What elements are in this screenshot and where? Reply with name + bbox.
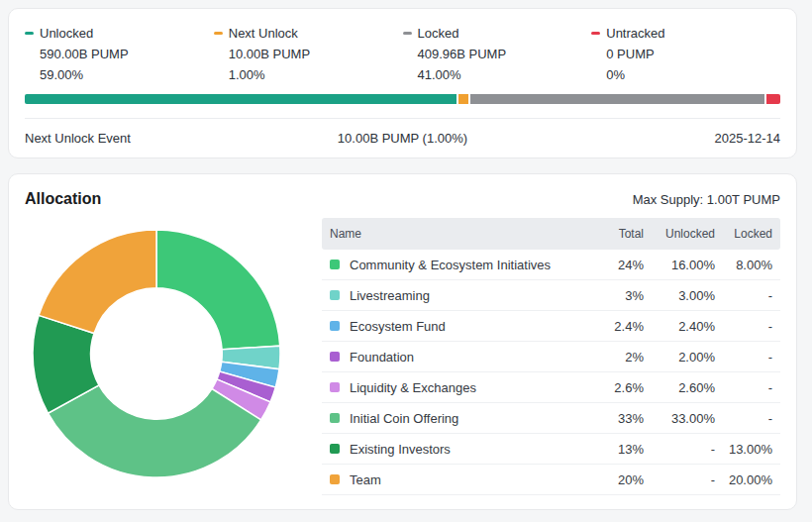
header-name: Name [322, 227, 582, 241]
allocation-row: Existing Investors 13% - 13.00% [322, 434, 780, 465]
row-unlocked: 16.00% [644, 258, 715, 272]
row-name: Livestreaming [350, 288, 430, 303]
allocation-row: Liquidity & Exchanges 2.6% 2.60% - [322, 372, 780, 403]
row-unlocked: 2.40% [644, 319, 715, 334]
legend-amount: 0 PUMP [606, 44, 780, 64]
row-swatch-icon [330, 413, 340, 423]
row-swatch-icon [330, 352, 340, 362]
row-name: Foundation [350, 350, 414, 365]
next-unlock-event-label: Next Unlock Event [25, 131, 276, 146]
row-swatch-icon [330, 260, 340, 269]
row-total: 33% [582, 411, 644, 426]
row-total: 13% [582, 442, 644, 457]
allocation-row: Livestreaming 3% 3.00% - [322, 280, 780, 311]
row-locked: - [715, 350, 780, 365]
row-locked: 8.00% [715, 258, 780, 272]
header-total: Total [582, 227, 644, 241]
next-unlock-event-date: 2025-12-14 [529, 131, 780, 146]
row-unlocked: 3.00% [644, 288, 715, 303]
row-total: 3% [582, 288, 644, 303]
allocation-row: Ecosystem Fund 2.4% 2.40% - [322, 311, 780, 342]
legend-label: Untracked [606, 23, 664, 44]
legend-amount: 10.00B PUMP [229, 44, 403, 64]
row-name: Liquidity & Exchanges [350, 380, 476, 395]
row-unlocked: 33.00% [644, 411, 715, 426]
row-total: 24% [582, 258, 644, 272]
legend-label: Next Unlock [229, 23, 298, 44]
max-supply-label: Max Supply: 1.00T PUMP [633, 192, 780, 207]
row-name: Ecosystem Fund [350, 319, 446, 334]
row-locked: - [715, 288, 780, 303]
unlock-summary-card: Unlocked 590.00B PUMP 59.00% Next Unlock… [8, 8, 797, 158]
allocation-card: Allocation Max Supply: 1.00T PUMP Name T… [8, 173, 797, 510]
row-name: Community & Ecosystem Initiatives [350, 258, 551, 272]
unlocked-marker-icon [25, 32, 34, 35]
legend-item-locked: Locked 409.96B PUMP 41.00% [403, 23, 592, 85]
progress-segment-locked [470, 94, 763, 104]
unlock-legend: Unlocked 590.00B PUMP 59.00% Next Unlock… [25, 23, 780, 85]
row-locked: 20.00% [715, 472, 780, 487]
legend-label: Unlocked [40, 23, 93, 44]
row-name: Initial Coin Offering [350, 411, 458, 426]
row-locked: - [715, 411, 780, 426]
locked-marker-icon [403, 32, 412, 35]
legend-amount: 409.96B PUMP [418, 44, 592, 64]
legend-amount: 590.00B PUMP [40, 44, 214, 64]
legend-percent: 0% [606, 64, 780, 85]
row-unlocked: - [644, 472, 715, 487]
allocation-row: Foundation 2% 2.00% - [322, 342, 780, 372]
allocation-table-header: Name Total Unlocked Locked [322, 218, 780, 250]
allocation-donut [27, 224, 286, 483]
next-unlock-event-value: 10.00B PUMP (1.00%) [276, 131, 528, 146]
row-total: 2.4% [582, 319, 644, 334]
row-unlocked: 2.00% [644, 350, 715, 365]
progress-segment-untracked [766, 94, 781, 104]
legend-label: Locked [418, 23, 459, 44]
legend-item-unlocked: Unlocked 590.00B PUMP 59.00% [25, 23, 214, 85]
header-unlocked: Unlocked [644, 227, 715, 241]
allocation-row: Team 20% - 20.00% [322, 465, 780, 495]
untracked-marker-icon [591, 32, 600, 35]
row-total: 2% [582, 350, 644, 365]
legend-item-untracked: Untracked 0 PUMP 0% [591, 23, 780, 85]
donut-slice [48, 385, 260, 477]
progress-segment-next-unlock [458, 94, 468, 104]
row-swatch-icon [330, 382, 340, 392]
next-unlock-marker-icon [214, 32, 223, 35]
allocation-header: Allocation Max Supply: 1.00T PUMP [25, 190, 780, 208]
allocation-donut-wrap [25, 218, 318, 495]
row-swatch-icon [330, 444, 340, 454]
header-locked: Locked [715, 227, 780, 241]
row-swatch-icon [330, 321, 340, 331]
row-total: 2.6% [582, 380, 644, 395]
legend-percent: 59.00% [40, 64, 214, 85]
row-locked: - [715, 319, 780, 334]
row-locked: 13.00% [715, 442, 780, 457]
row-total: 20% [582, 472, 644, 487]
allocation-body: Name Total Unlocked Locked Community & E… [25, 218, 780, 495]
row-name: Existing Investors [350, 442, 451, 457]
next-unlock-event-row: Next Unlock Event 10.00B PUMP (1.00%) 20… [25, 119, 780, 146]
allocation-row: Community & Ecosystem Initiatives 24% 16… [322, 250, 780, 280]
progress-segment-unlocked [25, 94, 457, 104]
legend-percent: 1.00% [229, 64, 403, 85]
row-name: Team [350, 472, 381, 487]
allocation-row: Initial Coin Offering 33% 33.00% - [322, 403, 780, 434]
row-swatch-icon [330, 474, 340, 484]
legend-percent: 41.00% [418, 64, 592, 85]
row-locked: - [715, 380, 780, 395]
allocation-title: Allocation [25, 190, 101, 208]
unlock-progress-bar [25, 94, 780, 104]
row-swatch-icon [330, 290, 340, 300]
row-unlocked: - [644, 442, 715, 457]
allocation-table: Name Total Unlocked Locked Community & E… [322, 218, 780, 495]
donut-slice [156, 230, 280, 350]
legend-item-next-unlock: Next Unlock 10.00B PUMP 1.00% [214, 23, 403, 85]
row-unlocked: 2.60% [644, 380, 715, 395]
donut-slice [39, 230, 156, 334]
